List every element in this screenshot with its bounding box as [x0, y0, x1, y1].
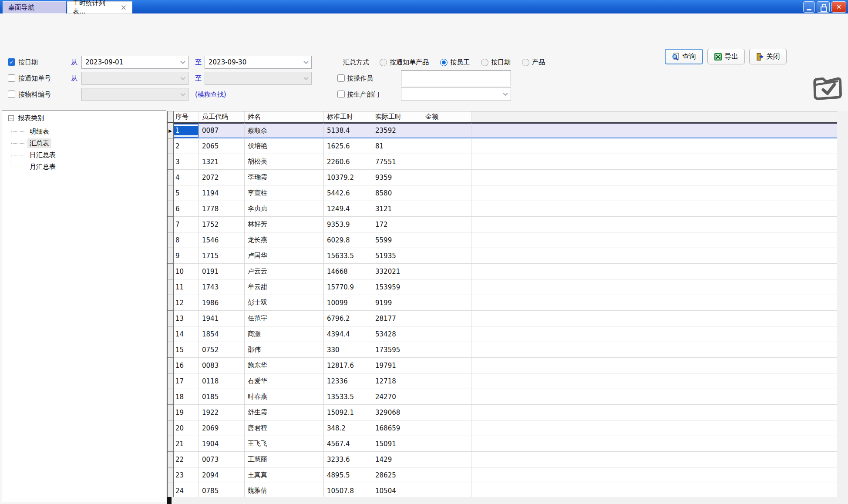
- cell-0[interactable]: 22: [174, 452, 199, 467]
- cell-2[interactable]: 龙长燕: [245, 232, 324, 248]
- minimize-button[interactable]: [803, 1, 815, 13]
- cell-5[interactable]: [422, 436, 471, 452]
- table-row[interactable]: 202069唐君程348.2168659: [168, 420, 837, 436]
- cell-5[interactable]: [422, 467, 471, 483]
- cell-5[interactable]: [422, 326, 471, 342]
- table-row[interactable]: 131941任范宇6796.228177: [168, 311, 837, 326]
- cell-2[interactable]: 舒生霞: [245, 405, 324, 420]
- cell-0[interactable]: 5: [174, 185, 199, 201]
- cell-4[interactable]: 168659: [372, 420, 422, 436]
- cell-4[interactable]: 23592: [372, 123, 422, 138]
- cell-1[interactable]: 0185: [199, 389, 245, 405]
- cell-0[interactable]: 6: [174, 201, 199, 217]
- cell-1[interactable]: 1715: [199, 248, 245, 264]
- cell-4[interactable]: 19791: [372, 358, 422, 373]
- table-row[interactable]: 232094王真真4895.528625: [168, 467, 837, 483]
- cell-0[interactable]: 3: [174, 154, 199, 170]
- cell-2[interactable]: 施东华: [245, 358, 324, 373]
- cell-1[interactable]: 2072: [199, 170, 245, 185]
- cell-2[interactable]: 彭士双: [245, 295, 324, 311]
- cell-4[interactable]: 1429: [372, 452, 422, 467]
- cell-0[interactable]: 24: [174, 483, 199, 497]
- cell-0[interactable]: 15: [174, 342, 199, 358]
- query-button[interactable]: 查询: [665, 49, 703, 64]
- cell-1[interactable]: 0752: [199, 342, 245, 358]
- cell-3[interactable]: 348.2: [324, 420, 372, 436]
- notice-to-select[interactable]: [205, 72, 312, 85]
- cell-0[interactable]: 16: [174, 358, 199, 373]
- notice-from-select[interactable]: [81, 72, 188, 85]
- material-select[interactable]: [81, 88, 188, 101]
- cell-5[interactable]: [422, 170, 471, 185]
- cell-4[interactable]: 332021: [372, 264, 422, 279]
- operator-input[interactable]: [401, 71, 511, 86]
- table-row[interactable]: 81546龙长燕6029.85599: [168, 232, 837, 248]
- cell-0[interactable]: 20: [174, 420, 199, 436]
- cell-4[interactable]: 10504: [372, 483, 422, 497]
- table-row[interactable]: 220073王慧丽3233.61429: [168, 452, 837, 467]
- tab-worktime-list[interactable]: 工时统计列表... ×: [67, 1, 132, 13]
- cell-0[interactable]: 18: [174, 389, 199, 405]
- cell-2[interactable]: 唐君程: [245, 420, 324, 436]
- cell-0[interactable]: 4: [174, 170, 199, 185]
- cell-1[interactable]: 2065: [199, 138, 245, 154]
- cell-1[interactable]: 0073: [199, 452, 245, 467]
- cell-5[interactable]: [422, 154, 471, 170]
- cell-4[interactable]: 329068: [372, 405, 422, 420]
- table-row[interactable]: 51194李宣柱5442.68580: [168, 185, 837, 201]
- cell-1[interactable]: 1752: [199, 217, 245, 232]
- cell-0[interactable]: 17: [174, 373, 199, 389]
- cell-0[interactable]: 7: [174, 217, 199, 232]
- cell-3[interactable]: 4567.4: [324, 436, 372, 452]
- cell-5[interactable]: [422, 358, 471, 373]
- table-row[interactable]: 22065伏培艳1625.681: [168, 138, 837, 154]
- tree-item-3[interactable]: 月汇总表: [27, 162, 58, 171]
- cell-5[interactable]: [422, 483, 471, 497]
- cell-3[interactable]: 10379.2: [324, 170, 372, 185]
- table-row[interactable]: 61778李贞贞1249.43121: [168, 201, 837, 217]
- cell-1[interactable]: 0083: [199, 358, 245, 373]
- cell-0[interactable]: 9: [174, 248, 199, 264]
- tree-item-2[interactable]: 日汇总表: [27, 150, 58, 160]
- date-to-select[interactable]: 2023-09-30: [205, 56, 312, 69]
- cell-5[interactable]: [422, 420, 471, 436]
- column-header-1[interactable]: 员工代码: [199, 111, 245, 122]
- table-row[interactable]: 180185时春燕13533.524270: [168, 389, 837, 405]
- cell-2[interactable]: 林好芳: [245, 217, 324, 232]
- export-button[interactable]: 导出: [707, 49, 745, 64]
- table-row[interactable]: 211904王飞飞4567.415091: [168, 436, 837, 452]
- cell-2[interactable]: 伏培艳: [245, 138, 324, 154]
- vertical-scrollbar[interactable]: [837, 111, 848, 497]
- cell-2[interactable]: 李宣柱: [245, 185, 324, 201]
- cell-0[interactable]: 12: [174, 295, 199, 311]
- radio-icon[interactable]: [522, 59, 529, 66]
- table-row[interactable]: 71752林好芳9353.9172: [168, 217, 837, 232]
- cell-5[interactable]: [422, 248, 471, 264]
- cell-5[interactable]: [422, 452, 471, 467]
- cell-3[interactable]: 1249.4: [324, 201, 372, 217]
- cell-3[interactable]: 10099: [324, 295, 372, 311]
- cell-5[interactable]: [422, 138, 471, 154]
- cell-5[interactable]: [422, 123, 471, 138]
- cell-4[interactable]: 15091: [372, 436, 422, 452]
- cell-3[interactable]: 2260.6: [324, 154, 372, 170]
- cell-2[interactable]: 王慧丽: [245, 452, 324, 467]
- cell-1[interactable]: 1743: [199, 279, 245, 295]
- table-row[interactable]: 150752邵伟330173595: [168, 342, 837, 358]
- cell-0[interactable]: 8: [174, 232, 199, 248]
- radio-icon[interactable]: [481, 59, 488, 66]
- cell-5[interactable]: [422, 279, 471, 295]
- cell-2[interactable]: 卢国华: [245, 248, 324, 264]
- cell-0[interactable]: 11: [174, 279, 199, 295]
- cell-5[interactable]: [422, 373, 471, 389]
- cell-2[interactable]: 牟云甜: [245, 279, 324, 295]
- cell-3[interactable]: 15633.5: [324, 248, 372, 264]
- tree-collapse-icon[interactable]: [8, 115, 14, 121]
- table-row[interactable]: 160083施东华12817.619791: [168, 358, 837, 373]
- cell-1[interactable]: 1854: [199, 326, 245, 342]
- cell-4[interactable]: 24270: [372, 389, 422, 405]
- cell-1[interactable]: 2069: [199, 420, 245, 436]
- cell-5[interactable]: [422, 232, 471, 248]
- cell-2[interactable]: 胡松美: [245, 154, 324, 170]
- cell-1[interactable]: 1778: [199, 201, 245, 217]
